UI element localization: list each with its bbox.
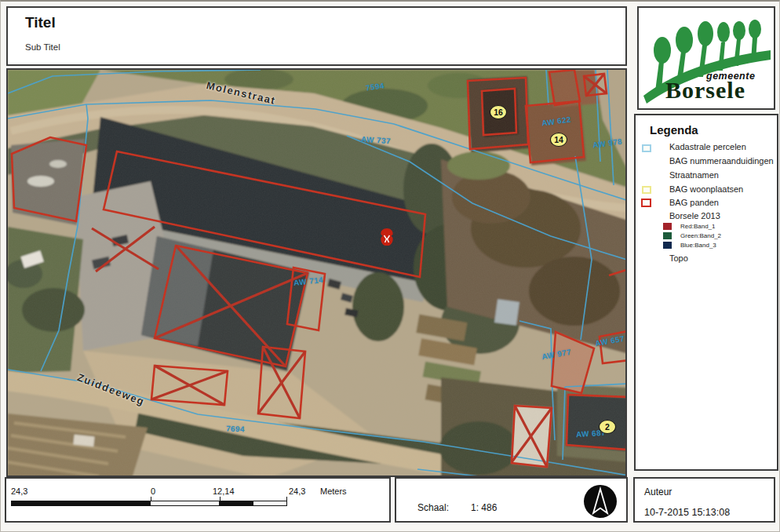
title-block: Titel Sub Titel (6, 6, 627, 66)
legend-item-bag-woonplaatsen: BAG woonplaatsen (669, 184, 743, 194)
legend-item-straatnamen: Straatnamen (669, 170, 719, 180)
scalebar-segment (150, 501, 220, 506)
scale-block: Schaal: 1: 486 (395, 477, 628, 523)
scalebar-segment (11, 501, 151, 506)
scalebar-label: 24,3 (11, 486, 27, 496)
scalebar-block: 24,3 0 12,14 24,3 Meters (5, 477, 391, 523)
kadastrale-percelen-symbol-icon (642, 144, 651, 152)
green-band-symbol-icon (663, 232, 672, 239)
legend-item-kadastrale-percelen: Kadastrale percelen (669, 142, 746, 151)
legend-band-green: Green:Band_2 (680, 232, 721, 239)
author-label: Auteur (644, 486, 672, 497)
house-number-badge: 14 (550, 133, 567, 147)
parcel-label: 7694 (226, 425, 245, 434)
house-number-badge: 16 (490, 105, 507, 119)
scalebar-unit: Meters (320, 486, 347, 496)
legend-band-blue: Blue:Band_3 (680, 242, 716, 249)
legend-block: Legenda Kadastrale percelen BAG nummeraa… (634, 114, 778, 471)
aerial-photo: Molenstraat Zuiddeeweg 7594 AW 737 AW 62… (8, 70, 625, 476)
legend-item-bag-nummeraanduidingen: BAG nummeraanduidingen (669, 156, 774, 166)
legend-item-bag-panden: BAG panden (669, 198, 719, 207)
bag-panden-symbol-icon (641, 199, 651, 207)
scalebar-segment (219, 501, 253, 506)
scalebar-segment (253, 501, 287, 506)
scale-label: Schaal: (417, 502, 449, 513)
north-arrow-icon (583, 484, 618, 522)
scalebar-label: 0 (151, 486, 155, 496)
scalebar-label: 12,14 (213, 486, 235, 496)
warm-wash (8, 70, 627, 477)
house-number-badge: 2 (599, 420, 616, 434)
scalebar-tick (286, 497, 287, 501)
map-canvas: Molenstraat Zuiddeeweg 7594 AW 737 AW 62… (6, 68, 627, 477)
scale-ratio: 1: 486 (471, 502, 497, 513)
page-subtitle: Sub Titel (25, 42, 60, 52)
scalebar-label: 24,3 (289, 486, 305, 496)
scalebar-tick (220, 497, 221, 501)
bag-woonplaatsen-symbol-icon (642, 186, 651, 194)
red-band-symbol-icon (663, 223, 672, 230)
author-timestamp: 10-7-2015 15:13:08 (644, 507, 730, 518)
red-marker-icon (380, 228, 394, 246)
logo-borsele-text: Borsele (665, 77, 745, 104)
logo-block: gemeente Borsele (637, 6, 775, 110)
scalebar-tick (151, 497, 151, 501)
map-sheet-page: { "title_block": { "title": "Titel", "su… (0, 0, 780, 532)
legend-item-borsele-2013: Borsele 2013 (669, 211, 720, 220)
legend-item-topo: Topo (669, 253, 688, 263)
page-title: Titel (25, 14, 56, 31)
legend-title: Legenda (650, 123, 698, 137)
author-block: Auteur 10-7-2015 15:13:08 (633, 477, 775, 523)
map-graphics (8, 70, 627, 477)
blue-band-symbol-icon (663, 242, 672, 249)
legend-band-red: Red:Band_1 (680, 223, 715, 230)
